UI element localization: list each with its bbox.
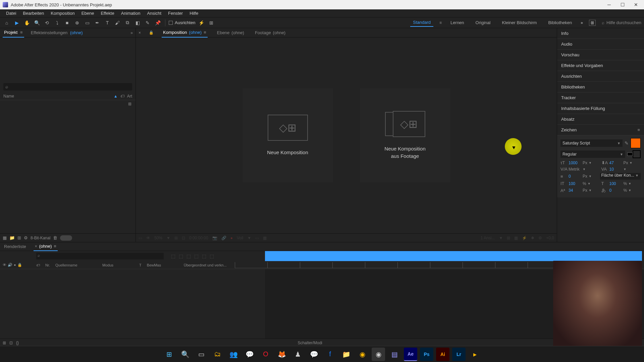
after-effects-icon[interactable]: Ae [404, 348, 417, 361]
app-icon-2[interactable]: ◉ [356, 348, 369, 361]
panel-content-fill[interactable]: Inhaltsbasierte Füllung [557, 103, 644, 114]
snap-checkbox[interactable]: Ausrichten [169, 20, 195, 25]
snap-options-icon[interactable]: ⚡ [197, 19, 205, 27]
type-tool[interactable]: T [103, 19, 111, 27]
leading-value[interactable]: 47 [609, 161, 622, 165]
illustrator-icon[interactable]: Ai [436, 348, 449, 361]
exposure-icon[interactable]: ⚙ [538, 236, 542, 240]
flowchart-view-icon[interactable]: ✱ [531, 236, 534, 240]
explorer-icon[interactable]: 🗂 [211, 348, 224, 361]
orbit-tool[interactable]: ⟲ [43, 19, 51, 27]
whatsapp-icon[interactable]: 💬 [243, 348, 256, 361]
tl-tool-3[interactable]: ⬚ [186, 253, 191, 259]
panel-paragraph[interactable]: Absatz [557, 114, 644, 125]
tl-tool-6[interactable]: ⬚ [210, 253, 214, 259]
lightroom-icon[interactable]: Lr [452, 348, 466, 361]
column-mode[interactable]: Modus [100, 263, 137, 267]
resolution-select[interactable]: Voll [237, 236, 243, 240]
project-tab[interactable]: Projekt ≡ [3, 28, 24, 38]
baseline-value[interactable]: 34 [569, 188, 581, 193]
search-taskbar-icon[interactable]: 🔍 [178, 348, 192, 361]
workspace-bibliotheken[interactable]: Bibliotheken [545, 19, 575, 26]
column-bewmas[interactable]: BewMas [144, 263, 181, 267]
fast-preview-icon[interactable]: ⚡ [522, 236, 527, 240]
menu-effekte[interactable]: Effekte [97, 9, 117, 17]
panel-overflow-icon[interactable]: » [130, 31, 133, 35]
3d-view-icon[interactable]: ⊞ [507, 236, 510, 240]
eraser-tool[interactable]: ◧ [133, 19, 142, 27]
stroke-color-swatch[interactable] [633, 150, 641, 158]
app-icon-1[interactable]: ♟ [291, 348, 305, 361]
panel-effects-presets[interactable]: Effekte und Vorgaben [557, 60, 644, 71]
eyedropper-icon[interactable]: ✎ [625, 140, 629, 146]
viewer-toggle-icon[interactable]: ▭ [139, 236, 142, 240]
panel-libraries[interactable]: Bibliotheken [557, 82, 644, 93]
flowchart-icon[interactable]: ⊞ [128, 102, 131, 106]
start-button[interactable]: ⊞ [162, 348, 176, 361]
workspace-original[interactable]: Original [473, 19, 493, 26]
menu-datei[interactable]: Datei [3, 9, 19, 17]
label-column-icon[interactable]: 🏷 [120, 94, 124, 99]
close-button[interactable]: ✕ [633, 2, 639, 7]
tracking-value[interactable]: 10 [609, 167, 622, 172]
switches-modes-label[interactable]: Schalter/Modi [298, 341, 322, 345]
menu-fenster[interactable]: Fenster [165, 9, 186, 17]
label-column-icon[interactable]: 🏷 [36, 263, 40, 267]
column-t[interactable]: T [137, 263, 144, 267]
vscale-value[interactable]: 100 [569, 181, 581, 186]
premiere-icon[interactable]: ▤ [388, 348, 401, 361]
panel-align[interactable]: Ausrichten [557, 71, 644, 82]
menu-bearbeiten[interactable]: Bearbeiten [19, 9, 47, 17]
timeline-comp-tab[interactable]: × (ohne) ≡ [34, 242, 58, 251]
font-family-select[interactable]: Saturday Script▼ [560, 139, 623, 147]
workspace-standard[interactable]: Standard [410, 18, 433, 27]
adjust-icon[interactable]: ⚙ [24, 235, 28, 240]
menu-ansicht[interactable]: Ansicht [144, 9, 165, 17]
column-name[interactable]: Name [3, 94, 114, 99]
more-apps-icon[interactable]: ▸ [468, 348, 482, 361]
facebook-icon[interactable]: f [323, 348, 337, 361]
stroke-width-value[interactable]: 0 [569, 174, 581, 179]
panel-tracker[interactable]: Tracker [557, 93, 644, 103]
viewer-grid-icon[interactable]: ⊞ [174, 236, 178, 240]
clone-tool[interactable]: ⧉ [123, 19, 131, 27]
camera-tool[interactable]: ■ [63, 19, 71, 27]
effect-controls-tab[interactable]: Effekteinstellungen (ohne) [30, 28, 84, 37]
close-tab-icon[interactable]: × [139, 31, 141, 35]
panel-preview[interactable]: Vorschau [557, 50, 644, 60]
menu-animation[interactable]: Animation [118, 9, 144, 17]
hscale-value[interactable]: 100 [609, 181, 622, 186]
interpret-icon[interactable]: ▦ [3, 235, 7, 240]
tl-tool-2[interactable]: ⬚ [179, 253, 183, 259]
snapshot-icon[interactable]: 📷 [212, 236, 217, 240]
menu-ebene[interactable]: Ebene [78, 9, 98, 17]
rotate-tool[interactable]: ⤵ [53, 19, 61, 27]
toggle-pill[interactable] [60, 235, 72, 241]
obs-icon[interactable]: ◉ [372, 348, 385, 361]
footage-tab[interactable]: Footage (ohne) [254, 28, 287, 37]
bit-depth-button[interactable]: 8-Bit-Kanal [31, 236, 50, 240]
column-source[interactable]: Quellenname [53, 263, 100, 267]
teams-icon[interactable]: 👥 [227, 348, 240, 361]
tsume-value[interactable]: 0 [609, 188, 622, 193]
workspace-lernen[interactable]: Lernen [448, 19, 467, 26]
lock-column-icon[interactable]: 🔒 [17, 263, 22, 267]
zoom-tool[interactable]: 🔍 [33, 19, 41, 27]
workspace-panel-icon[interactable]: ⊞ [589, 20, 596, 26]
panel-audio[interactable]: Audio [557, 39, 644, 50]
toggle-brackets-icon[interactable]: {} [16, 341, 19, 345]
folder-icon[interactable]: 📁 [339, 348, 353, 361]
help-search[interactable]: ⌕ Hilfe durchsuchen [602, 20, 641, 25]
audio-column-icon[interactable]: 🔊 [8, 263, 12, 267]
layer-tab[interactable]: Ebene (ohne) [216, 28, 246, 37]
menu-hilfe[interactable]: Hilfe [186, 9, 202, 17]
new-composition-card[interactable]: ◇⊞ Neue Komposition [243, 88, 333, 182]
viewer-mask-icon[interactable]: 👁 [146, 236, 150, 240]
timeline-layer-list[interactable] [0, 269, 265, 339]
tl-tool-1[interactable]: ⬚ [171, 253, 175, 259]
kerning-value[interactable]: Metrik [569, 167, 581, 172]
firefox-icon[interactable]: 🦊 [275, 348, 288, 361]
trash-icon[interactable]: 🗑 [53, 235, 57, 240]
workspace-overflow-icon[interactable]: » [581, 20, 583, 25]
tl-tool-5[interactable]: ⬚ [202, 253, 206, 259]
